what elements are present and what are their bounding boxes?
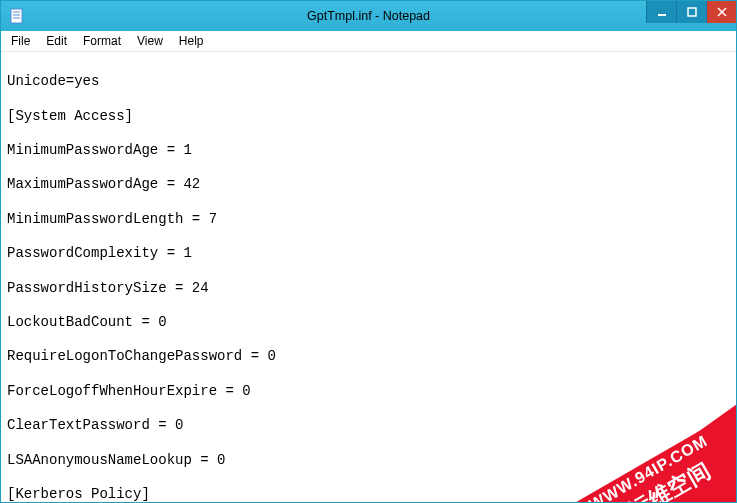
notepad-window: GptTmpl.inf - Notepad File Edit Format V… [0,0,737,503]
minimize-button[interactable] [646,1,676,23]
titlebar[interactable]: GptTmpl.inf - Notepad [1,1,736,31]
text-line: MinimumPasswordAge = 1 [7,142,730,159]
text-line: [System Access] [7,108,730,125]
text-line: ClearTextPassword = 0 [7,417,730,434]
notepad-icon [9,8,25,24]
menu-edit[interactable]: Edit [38,33,75,49]
text-line: LSAAnonymousNameLookup = 0 [7,452,730,469]
text-line: PasswordHistorySize = 24 [7,280,730,297]
text-line: [Kerberos Policy] [7,486,730,501]
window-title: GptTmpl.inf - Notepad [1,9,736,23]
text-line: RequireLogonToChangePassword = 0 [7,348,730,365]
text-line: PasswordComplexity = 1 [7,245,730,262]
svg-rect-0 [11,9,22,23]
window-controls [646,1,736,23]
text-area[interactable]: Unicode=yes [System Access] MinimumPassw… [1,52,736,501]
menu-file[interactable]: File [3,33,38,49]
text-line: MinimumPasswordLength = 7 [7,211,730,228]
text-line: ForceLogoffWhenHourExpire = 0 [7,383,730,400]
menubar: File Edit Format View Help [1,31,736,52]
menu-help[interactable]: Help [171,33,212,49]
maximize-button[interactable] [676,1,706,23]
menu-format[interactable]: Format [75,33,129,49]
close-button[interactable] [706,1,736,23]
menu-view[interactable]: View [129,33,171,49]
text-line: Unicode=yes [7,73,730,90]
svg-rect-5 [688,8,696,16]
text-line: LockoutBadCount = 0 [7,314,730,331]
text-line: MaximumPasswordAge = 42 [7,176,730,193]
